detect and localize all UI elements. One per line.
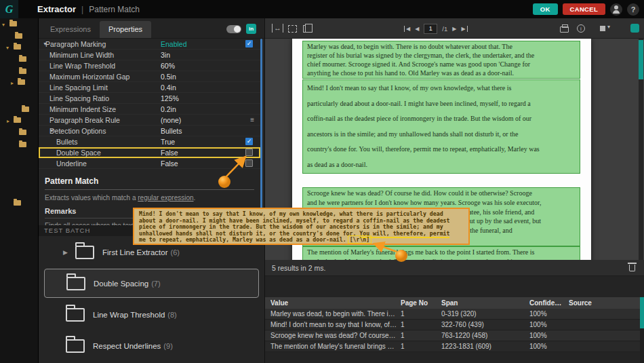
property-value[interactable]: True (161, 138, 175, 146)
property-row[interactable]: BulletsTrue (39, 136, 260, 147)
tab-properties[interactable]: Properties (100, 21, 151, 38)
node-tree-sidebar[interactable]: ▾▾▸▸ (0, 18, 39, 363)
property-label: Minimum Line Width (49, 51, 114, 59)
viewer-mode-icon[interactable] (630, 24, 639, 33)
expander-icon[interactable]: ▼ (39, 41, 45, 46)
property-value[interactable]: False (161, 159, 178, 168)
folder-icon[interactable] (14, 117, 21, 123)
property-row[interactable]: Double SpaceFalse (39, 147, 260, 158)
tree-expander-icon[interactable]: ▸ (11, 81, 14, 86)
property-row[interactable]: Paragraph Break Rule(none)≡ (39, 115, 260, 126)
property-label: Paragraph Break Rule (49, 116, 120, 124)
property-row[interactable]: Line Spacing Limit0.4in (39, 82, 260, 93)
folder-icon[interactable] (9, 21, 17, 26)
pages-icon[interactable] (303, 25, 309, 33)
expander-icon[interactable]: ▶ (63, 249, 68, 256)
folder-icon[interactable] (19, 56, 26, 62)
ok-button[interactable]: OK (533, 3, 558, 15)
property-value[interactable]: 125% (161, 94, 179, 102)
property-value[interactable]: Bullets (161, 127, 182, 135)
property-row[interactable]: ▼Detection OptionsBullets (39, 126, 260, 136)
expander-icon[interactable]: ▼ (39, 128, 49, 133)
property-row[interactable]: Line Spacing Ratio125% (39, 93, 260, 104)
property-checkbox[interactable] (245, 149, 253, 156)
property-row[interactable]: Maximum Horizontal Gap0.5in (39, 71, 260, 82)
property-value[interactable]: 3in (161, 51, 170, 59)
menu-icon[interactable]: ≡ (250, 116, 254, 123)
property-row[interactable]: Minimum Indent Size0.2in (39, 104, 260, 115)
paragraph-highlight[interactable]: The mention of Marley's funeral brings m… (302, 246, 580, 260)
property-value[interactable]: False (161, 149, 178, 157)
document-scrollbar[interactable] (639, 39, 643, 260)
last-page-icon[interactable]: ▶ (461, 26, 467, 32)
results-scrollbar[interactable] (640, 297, 644, 363)
column-header-value[interactable]: Value (270, 299, 401, 307)
folder-icon[interactable] (14, 200, 21, 206)
document-text-line: anything he chose to put his hand to. Ol… (307, 69, 576, 77)
property-checkbox[interactable] (245, 138, 253, 145)
folder-icon[interactable] (14, 44, 21, 50)
folder-icon[interactable] (22, 107, 29, 112)
user-icon[interactable] (610, 3, 622, 16)
table-row[interactable]: Mind! I don't mean to say that I know, o… (265, 320, 644, 330)
property-row[interactable]: Minimum Line Width3in (39, 50, 260, 60)
property-value[interactable]: 0.2in (161, 105, 176, 113)
next-page-icon[interactable]: ▶ (452, 26, 456, 32)
tree-expander-icon[interactable]: ▾ (6, 45, 9, 51)
info-icon[interactable]: i (577, 24, 585, 33)
table-row[interactable]: Marley was dead, to begin with. There is… (265, 309, 644, 320)
cancel-button[interactable]: CANCEL (563, 3, 605, 15)
property-row[interactable]: UnderlineFalse (39, 158, 260, 169)
app-logo-icon[interactable]: G (0, 0, 18, 18)
regular-expression-link[interactable]: regular expression (138, 194, 193, 202)
tree-expander-icon[interactable]: ▸ (7, 119, 9, 124)
panel-mode-icon[interactable]: in (246, 24, 256, 34)
clear-results-icon[interactable] (629, 265, 635, 271)
table-row[interactable]: Scrooge knew he was dead? Of course he .… (265, 330, 644, 341)
column-header-source[interactable]: Source (569, 299, 644, 307)
marquee-zoom-icon[interactable] (288, 25, 297, 33)
property-checkbox[interactable] (245, 159, 253, 167)
test-batch-item[interactable]: Line Wrap Threshold(8) (44, 300, 259, 329)
folder-icon[interactable] (19, 142, 26, 147)
tab-expressions[interactable]: Expressions (41, 21, 100, 38)
print-icon[interactable] (560, 26, 569, 33)
property-value[interactable]: 0.5in (161, 73, 176, 81)
viewer-pane: ↔ ◀ ◀ /1 ▶ ▶ i Marley was dead, to begin… (264, 18, 644, 363)
test-batch-item[interactable]: Double Spacing(7) (44, 269, 259, 298)
first-page-icon[interactable]: ◀ (404, 26, 410, 32)
tree-expander-icon[interactable]: ▾ (2, 22, 5, 28)
property-value[interactable]: 60% (161, 62, 175, 70)
document-text-line: and he were partners for I don't know ho… (307, 198, 576, 208)
page-number-input[interactable] (424, 24, 437, 34)
test-batch-item-label: First Line Extractor (102, 248, 168, 256)
fit-width-icon[interactable]: ↔ (272, 24, 283, 33)
table-row[interactable]: The mention of Marley's funeral brings m… (265, 341, 644, 352)
column-header-page-no[interactable]: Page No (401, 299, 441, 307)
properties-scrollbar[interactable] (260, 39, 262, 226)
folder-icon[interactable] (18, 79, 25, 85)
view-options-icon[interactable] (600, 26, 605, 31)
panel-toggle-switch[interactable] (226, 25, 241, 33)
test-batch-item[interactable]: Respect Underlines(9) (44, 331, 259, 360)
property-value[interactable]: 0.4in (161, 83, 176, 92)
property-checkbox[interactable] (245, 40, 253, 47)
property-row[interactable]: ▼Paragraph MarkingEnabled (39, 39, 260, 50)
help-icon[interactable]: ? (627, 3, 639, 16)
column-header-span[interactable]: Span (441, 299, 529, 307)
property-row[interactable]: Line Wrap Threshold60% (39, 60, 260, 71)
folder-icon[interactable] (15, 33, 22, 39)
folder-icon[interactable] (19, 130, 26, 135)
prev-page-icon[interactable]: ◀ (415, 26, 419, 32)
results-scrollbar-thumb[interactable] (640, 297, 644, 328)
column-header-confidence[interactable]: Confidence (529, 299, 569, 307)
paragraph-highlight[interactable]: Mind! I don't mean to say that I know, o… (302, 79, 580, 174)
folder-icon[interactable] (19, 69, 26, 74)
property-value[interactable]: Enabled (161, 40, 187, 48)
paragraph-highlight[interactable]: Marley was dead, to begin with. There is… (302, 41, 580, 79)
description-text: Extracts values which match a (45, 194, 138, 202)
property-value[interactable]: (none) (161, 116, 181, 124)
test-batch-item-count: (6) (171, 248, 180, 256)
document-scrollbar-thumb[interactable] (639, 40, 643, 79)
properties-panel: Expressions Properties in ▼Paragraph Mar… (39, 18, 264, 363)
